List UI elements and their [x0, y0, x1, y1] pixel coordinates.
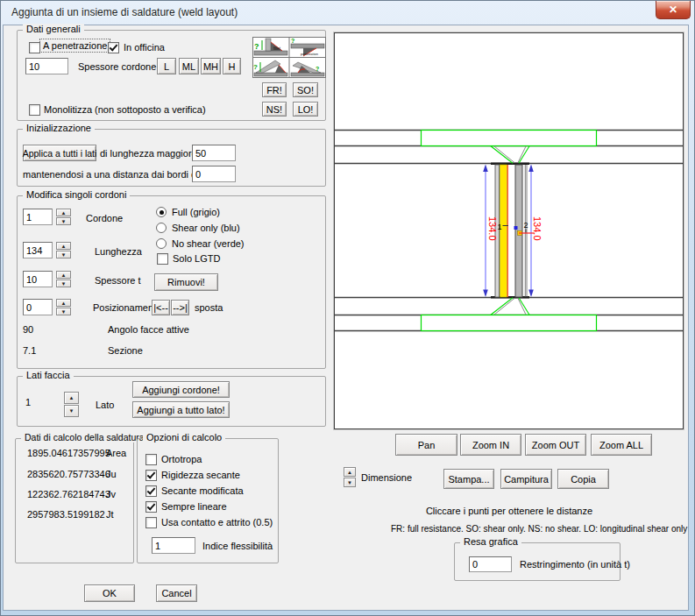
weld-types-image: ? fillet ? penetration ? ? [252, 37, 326, 78]
so-button[interactable]: SO! [293, 82, 318, 97]
titlebar: Aggiunta di un insieme di saldature (wel… [1, 1, 695, 25]
a-penetrazione-checkbox[interactable] [29, 42, 40, 53]
aggiungi-cordone-button[interactable]: Aggiungi cordone! [132, 381, 230, 398]
monolitizza-checkbox[interactable] [29, 104, 40, 116]
spin-down-icon[interactable]: ▼ [56, 308, 71, 315]
fr-button[interactable]: FR! [262, 82, 287, 97]
group-resa-grafica-label: Resa grafica [460, 536, 521, 547]
rigidezza-secante-checkbox[interactable] [145, 470, 157, 481]
sezione-label: Sezione [108, 345, 143, 356]
hint-click-points: Cliccare i punti per ottenere le distanz… [400, 506, 619, 516]
radio-full-label: Full (grigio) [172, 207, 220, 217]
sempre-lineare-label: Sempre lineare [161, 501, 227, 512]
radio-shear-only[interactable] [156, 223, 167, 233]
usa-contatto-label: Usa contatto e attrito (0.5) [161, 517, 273, 527]
svg-text:?: ? [291, 38, 294, 44]
distanza-bordi-input[interactable] [192, 166, 236, 182]
in-officina-label: In officina [124, 42, 165, 53]
weld-2-label: 2 [524, 221, 528, 230]
move-left-button[interactable]: |<-- [152, 300, 170, 315]
weld-size-mh-button[interactable]: MH [201, 58, 221, 74]
ortotropa-checkbox[interactable] [145, 454, 157, 465]
jt-value: 2957983.5199182 [27, 509, 105, 520]
close-button[interactable]: ✕ [656, 1, 691, 19]
dimension-text-left: 134.0 [487, 216, 498, 241]
cancel-button[interactable]: Cancel [156, 584, 197, 602]
spin-down-icon[interactable]: ▼ [344, 478, 356, 487]
svg-text:?: ? [253, 63, 258, 71]
indice-flessibilita-input[interactable] [152, 537, 195, 554]
weld-viewport[interactable]: 134.0 134.0 1 2 [334, 32, 684, 429]
radio-full[interactable] [156, 207, 167, 217]
lunghezza-maggiore-input[interactable] [192, 145, 236, 161]
ju-value: 2835620.75773346 [27, 469, 110, 479]
lo-button[interactable]: LO! [293, 102, 318, 117]
dialog-window: Aggiunta di un insieme di saldature (wel… [0, 0, 695, 616]
aggiungi-tutto-lato-button[interactable]: Aggiungi a tutto lato! [132, 401, 230, 418]
zoom-out-button[interactable]: Zoom OUT [525, 434, 586, 456]
area-label: Area [106, 448, 126, 458]
angolo-value: 90 [23, 324, 33, 335]
zoom-all-button[interactable]: Zoom ALL [591, 434, 652, 456]
a-penetrazione-label[interactable]: A penetrazione [40, 39, 110, 52]
pan-button[interactable]: Pan [395, 434, 457, 456]
lato-value: 1 [25, 397, 31, 407]
spessore-t-label: Spessore t [95, 275, 141, 286]
in-officina-checkbox[interactable] [108, 42, 119, 53]
restringimento-input[interactable] [469, 556, 512, 572]
spin-up-icon[interactable]: ▲ [56, 209, 71, 216]
ns-button[interactable]: NS! [262, 102, 287, 117]
ju-label: Ju [106, 469, 117, 479]
rigidezza-secante-label: Rigidezza secante [161, 470, 240, 480]
spin-up-icon[interactable]: ▲ [56, 299, 71, 307]
hint-abbreviations: FR: full resistance. SO: shear only. NS:… [391, 524, 680, 534]
spin-down-icon[interactable]: ▼ [56, 217, 71, 225]
dimensione-spinner[interactable]: ▲ ▼ [344, 467, 356, 487]
spin-up-icon[interactable]: ▲ [344, 467, 356, 477]
posizionamento-input[interactable] [23, 299, 53, 315]
svg-text:fillet: fillet [273, 46, 281, 51]
spin-down-icon[interactable]: ▼ [56, 251, 71, 258]
lunghezza-input[interactable] [23, 242, 53, 258]
svg-text:?: ? [316, 66, 319, 72]
weld-size-l-button[interactable]: L [157, 58, 176, 74]
sposta-label: sposta [195, 302, 223, 313]
secante-modificata-checkbox[interactable] [145, 485, 157, 497]
campitura-button[interactable]: Campitura [500, 469, 552, 489]
lato-spinner[interactable]: ▲ ▼ [64, 392, 79, 417]
spin-down-icon[interactable]: ▼ [56, 280, 71, 287]
copia-button[interactable]: Copia [557, 469, 609, 489]
distanza-bordi-label: mantenendosi a una distanza dai bordi di [23, 169, 199, 180]
stampa-button[interactable]: Stampa... [443, 469, 494, 489]
spin-up-icon[interactable]: ▲ [64, 392, 79, 404]
spessore-cordone-input[interactable] [25, 58, 68, 74]
rimuovi-button[interactable]: Rimuovi! [154, 273, 218, 291]
radio-shear-only-label: Shear only (blu) [172, 223, 240, 233]
spin-up-icon[interactable]: ▲ [56, 271, 71, 279]
radio-no-shear[interactable] [156, 238, 167, 249]
move-right-button[interactable]: -->| [171, 300, 189, 315]
spin-up-icon[interactable]: ▲ [56, 242, 71, 250]
posizionamento-spinner[interactable]: ▲ ▼ [56, 299, 71, 315]
cordone-spinner[interactable]: ▲ ▼ [56, 209, 71, 225]
zoom-in-button[interactable]: Zoom IN [460, 434, 521, 456]
window-title: Aggiunta di un insieme di saldature (wel… [11, 6, 238, 18]
spessore-t-input[interactable] [23, 271, 53, 287]
usa-contatto-checkbox[interactable] [145, 517, 157, 528]
sempre-lineare-checkbox[interactable] [145, 501, 157, 513]
weld-size-ml-button[interactable]: ML [179, 58, 199, 74]
close-icon: ✕ [669, 4, 677, 16]
applica-tutti-lati-button[interactable]: Applica a tutti i lati [23, 145, 96, 161]
lunghezza-spinner[interactable]: ▲ ▼ [56, 242, 71, 258]
group-opzioni-calcolo-label: Opzioni di calcolo [143, 432, 225, 443]
spin-down-icon[interactable]: ▼ [64, 405, 79, 417]
group-dati-generali-label: Dati generali [23, 24, 84, 34]
weld-size-h-button[interactable]: H [223, 58, 241, 74]
solo-lgtd-checkbox[interactable] [157, 253, 168, 265]
group-inizializzazione-label: Inizializzazione [23, 123, 95, 133]
spessore-t-spinner[interactable]: ▲ ▼ [56, 271, 71, 287]
cordone-input[interactable] [23, 209, 53, 225]
group-modifica-cordoni-label: Modifica singoli cordoni [23, 189, 130, 200]
solo-lgtd-label: Solo LGTD [173, 253, 220, 264]
ok-button[interactable]: OK [84, 584, 135, 602]
